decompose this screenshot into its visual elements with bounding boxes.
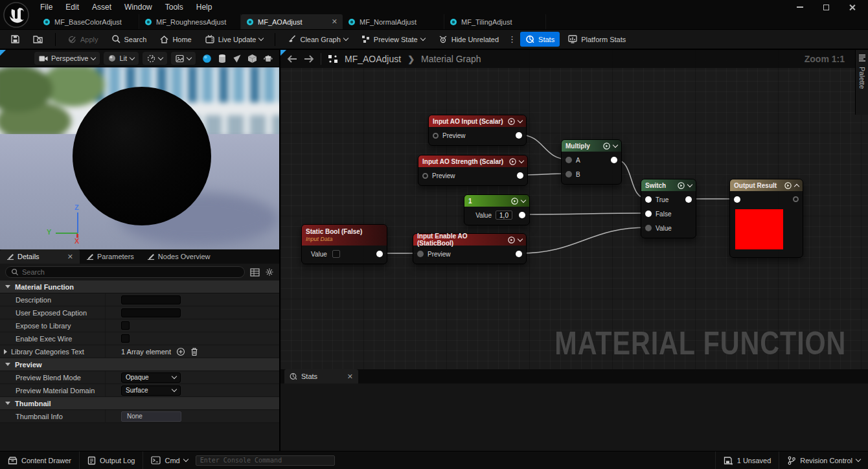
preview-play-icon[interactable] [509,158,516,165]
node-output-result[interactable]: Output Result [729,179,803,258]
collapse-chevron-icon[interactable] [613,142,618,147]
back-arrow-icon[interactable] [287,55,297,63]
expand-arrow-icon[interactable] [4,349,7,354]
static-bool-checkbox[interactable] [332,250,340,258]
material-graph-canvas[interactable]: MF_AOAdjust ❯ Material Graph Zoom 1:1 Pa… [280,50,868,369]
menu-tools[interactable]: Tools [159,0,190,14]
node-header[interactable]: Multiply [562,140,621,152]
menu-help[interactable]: Help [190,0,219,14]
tab-nodes-overview[interactable]: Nodes Overview [141,249,217,264]
output-log-button[interactable]: Output Log [80,452,143,469]
menu-window[interactable]: Window [118,0,159,14]
menu-file[interactable]: File [34,0,59,14]
pin-output[interactable] [516,251,522,257]
stats-toggle-button[interactable]: Stats [520,32,560,47]
tab-details[interactable]: Details ✕ [0,249,80,264]
expand-chevron-icon[interactable] [794,183,799,189]
node-header[interactable]: Switch [641,179,696,191]
node-switch[interactable]: Switch True False [641,179,696,238]
browse-to-asset-button[interactable] [28,32,49,47]
preview-sphere-button[interactable] [202,54,212,63]
pin-a-input[interactable] [565,157,572,163]
menu-edit[interactable]: Edit [59,0,86,14]
tab-mf-aoadjust[interactable]: MF_AOAdjust ✕ [241,14,343,29]
live-update-dropdown[interactable]: Live Update [200,32,269,47]
preview-cylinder-button[interactable] [218,54,227,63]
tab-mf-tilingadjust[interactable]: MF_TilingAdjust [444,14,546,29]
preview-play-icon[interactable] [784,182,792,189]
close-button[interactable] [843,1,860,13]
constant-value-input[interactable]: 1,0 [496,211,512,220]
cmd-dropdown[interactable]: Cmd [143,452,195,469]
enable-exec-wire-checkbox[interactable] [121,334,130,343]
pin-false-input[interactable] [645,211,652,217]
preview-play-icon[interactable] [603,143,610,150]
node-multiply[interactable]: Multiply A B [561,139,622,185]
pin-b-input[interactable] [565,171,572,177]
collapse-chevron-icon[interactable] [687,181,692,187]
pin-preview-input[interactable] [417,251,424,257]
node-header[interactable]: Input AO Strength (Scalar) [418,155,527,167]
node-header[interactable]: 1 [464,195,529,207]
node-header[interactable]: Output Result [730,179,803,191]
pin-true-input[interactable] [645,196,652,203]
maximize-button[interactable] [817,1,834,13]
node-header[interactable]: Input AO Input (Scalar) [429,115,526,127]
pin-value-input[interactable] [645,225,652,231]
collapse-chevron-icon[interactable] [518,117,523,122]
view-options-dropdown[interactable] [143,52,167,65]
view-mode-lit-dropdown[interactable]: Lit [104,52,139,65]
pin-result-input[interactable] [734,196,740,203]
preview-material-domain-select[interactable]: Surface [121,385,181,396]
collapse-chevron-icon[interactable] [521,197,526,202]
node-header[interactable]: Input Enable AO (StaticBool) [413,234,526,246]
pin-preview-input[interactable] [422,173,428,179]
unsaved-changes-button[interactable]: 1 Unsaved [716,452,779,469]
details-search-input[interactable]: Search [5,266,245,278]
tab-mf-roughnessadjust[interactable]: MF_RoughnessAdjust [139,14,241,29]
section-preview[interactable]: Preview [0,358,279,371]
settings-gear-icon[interactable] [265,268,274,277]
perspective-dropdown[interactable]: Perspective [34,52,100,65]
hide-unrelated-button[interactable]: Hide Unrelated [433,32,504,47]
pin-output[interactable] [376,251,383,257]
pin-output[interactable] [519,212,525,218]
palette-sidebar-tab[interactable]: Palette [855,50,868,115]
tab-close-icon[interactable]: ✕ [67,253,73,261]
pin-output[interactable] [517,172,523,179]
console-command-input[interactable] [196,455,335,466]
tab-mf-normaladjust[interactable]: MF_NormalAdjust [343,14,444,29]
tab-close-icon[interactable]: ✕ [347,372,353,381]
clean-graph-dropdown[interactable]: Clean Graph [282,32,352,47]
preview-teapot-button[interactable] [263,54,273,63]
save-button[interactable] [5,32,25,47]
tab-stats[interactable]: Stats ✕ [284,369,358,383]
preview-play-icon[interactable] [678,182,685,189]
breadcrumb-asset[interactable]: MF_AOAdjust [345,54,401,64]
viewport-scene[interactable]: Z Y X [0,67,279,249]
apply-button[interactable]: Apply [62,32,104,47]
collapse-chevron-icon[interactable] [518,236,523,241]
preview-play-icon[interactable] [511,198,518,205]
preview-cube-button[interactable] [247,54,257,63]
node-input-ao-strength[interactable]: Input AO Strength (Scalar) Preview [418,155,528,186]
hide-unrelated-options-icon[interactable]: ⋮ [507,34,518,44]
preview-play-icon[interactable] [508,118,515,125]
preview-plane-button[interactable] [233,54,242,63]
node-header[interactable]: Static Bool (False) Input Data [302,225,387,246]
section-material-function[interactable]: Material Function [0,280,279,293]
pin-output[interactable] [685,196,692,203]
tab-mf-basecoloradjust[interactable]: MF_BaseColorAdjust [38,14,139,29]
pin-output[interactable] [516,132,522,139]
pin-output[interactable] [611,157,617,163]
forward-arrow-icon[interactable] [304,55,314,63]
platform-stats-button[interactable]: Platform Stats [562,32,631,47]
expose-to-library-checkbox[interactable] [121,321,130,330]
node-constant-one[interactable]: 1 Value 1,0 [464,194,530,225]
pin-output[interactable] [793,196,799,202]
unreal-engine-logo-icon[interactable] [3,1,30,29]
revision-control-dropdown[interactable]: Revision Control [779,452,868,469]
section-thumbnail[interactable]: Thumbnail [0,397,279,410]
collapse-chevron-icon[interactable] [519,157,524,163]
menu-asset[interactable]: Asset [86,0,118,14]
